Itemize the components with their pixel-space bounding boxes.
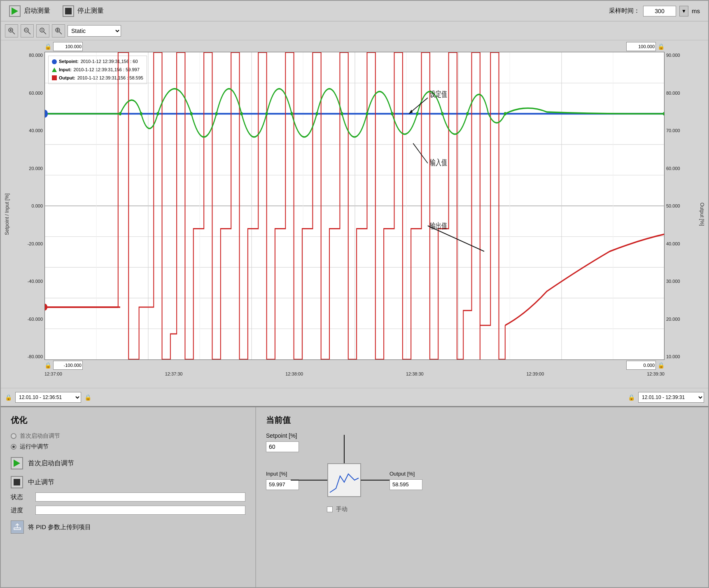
- radio-row-2: 运行中调节: [11, 443, 245, 450]
- mode-dropdown[interactable]: Static Dynamic Rolling: [68, 25, 121, 37]
- status-row: 状态: [11, 492, 245, 502]
- lock-time-right[interactable]: 🔒: [628, 394, 635, 401]
- svg-text:输出值: 输出值: [430, 222, 448, 231]
- cv-input-value: 59.997: [266, 479, 299, 490]
- radio-running[interactable]: [11, 444, 16, 450]
- sampling-value-input[interactable]: [643, 6, 676, 16]
- start-tuning-button[interactable]: [11, 457, 23, 469]
- app-window: 启动测量 停止测量 采样时间： ▼ ms Static: [0, 0, 709, 588]
- lock-time-left2[interactable]: 🔒: [84, 394, 91, 401]
- svg-point-49: [366, 112, 368, 115]
- svg-line-11: [59, 32, 62, 34]
- bottom-panel: 优化 首次启动自调节 运行中调节 首次启动自调节 中止调节: [1, 406, 708, 587]
- y-left-axis: 80.000 60.000 40.000 20.000 0.000 -20.00…: [12, 52, 44, 360]
- x-axis: 12:37:00 12:37:30 12:38:00 12:38:30 12:3…: [12, 370, 697, 386]
- start-label: 启动测量: [24, 7, 50, 15]
- svg-point-52: [441, 112, 443, 115]
- progress-row: 进度: [11, 506, 245, 515]
- svg-point-43: [215, 112, 218, 115]
- top-toolbar: 启动测量 停止测量 采样时间： ▼ ms: [1, 1, 708, 21]
- cv-setpoint-value: 60: [266, 441, 299, 452]
- svg-line-1: [12, 32, 15, 34]
- lock-top-left[interactable]: 🔒: [44, 43, 51, 50]
- svg-line-5: [28, 32, 30, 34]
- stop-tuning-label: 中止调节: [28, 478, 54, 487]
- svg-line-63: [428, 226, 484, 251]
- lock-top-right[interactable]: 🔒: [658, 43, 665, 50]
- radio-first-start[interactable]: [11, 433, 16, 439]
- svg-point-46: [291, 112, 293, 115]
- radio-running-label: 运行中调节: [20, 443, 49, 450]
- svg-point-50: [391, 112, 393, 115]
- chart-area: Setpoint / Input [%] 🔒 100.000 100.000 🔒: [1, 40, 708, 388]
- svg-point-45: [266, 112, 268, 115]
- svg-point-41: [156, 112, 159, 115]
- svg-point-40: [140, 112, 142, 115]
- zoom-in-y-button[interactable]: [36, 24, 49, 37]
- action-row-stop: 中止调节: [11, 476, 245, 488]
- svg-point-56: [45, 110, 48, 118]
- start-measurement-button[interactable]: 启动测量: [9, 5, 50, 17]
- chart-inner: 🔒 100.000 100.000 🔒 80.000 60.000: [12, 42, 697, 386]
- upload-icon[interactable]: [11, 520, 24, 534]
- radio-first-start-label: 首次启动自调节: [20, 432, 60, 440]
- optimization-title: 优化: [11, 415, 245, 426]
- lock-bottom-right[interactable]: 🔒: [658, 362, 665, 369]
- manual-checkbox[interactable]: [327, 506, 333, 512]
- time-range-bar: 🔒 12.01.10 - 12:36:51 🔒 🔒 12.01.10 - 12:…: [1, 388, 708, 406]
- left-axis-label: Setpoint / Input [%]: [2, 42, 12, 386]
- status-bar: [35, 492, 245, 502]
- left-min-control: 🔒 -100.000: [44, 361, 83, 370]
- radio-row-1: 首次启动自调节: [11, 432, 245, 440]
- svg-rect-65: [14, 528, 21, 530]
- svg-point-57: [45, 304, 47, 311]
- start-time-dropdown[interactable]: 12.01.10 - 12:36:51: [15, 392, 81, 403]
- right-max-control: 100.000 🔒: [626, 42, 665, 51]
- cv-output-value: 58.595: [389, 479, 422, 490]
- stop-label: 停止测量: [77, 7, 104, 15]
- stop-measurement-button[interactable]: 停止测量: [63, 5, 104, 17]
- sampling-label: 采样时间：: [609, 7, 640, 15]
- stop-icon: [63, 5, 74, 17]
- zoom-out-y-button[interactable]: [52, 24, 65, 37]
- optimization-panel: 优化 首次启动自调节 运行中调节 首次启动自调节 中止调节: [1, 407, 256, 587]
- svg-point-44: [240, 112, 243, 115]
- svg-point-42: [190, 112, 193, 115]
- end-time-dropdown[interactable]: 12.01.10 - 12:39:31: [638, 392, 704, 403]
- status-label: 状态: [11, 493, 30, 501]
- start-tuning-label: 首次启动自调节: [28, 459, 74, 468]
- svg-point-39: [119, 112, 121, 115]
- cv-setpoint-label: Setpoint [%]: [266, 432, 698, 439]
- svg-point-48: [341, 112, 343, 115]
- upload-row: 将 PID 参数上传到项目: [11, 520, 245, 534]
- left-min-value: -100.000: [53, 361, 83, 370]
- progress-label: 进度: [11, 506, 30, 514]
- svg-point-54: [504, 112, 506, 115]
- right-axis-label: Output [%]: [697, 42, 707, 386]
- svg-text:设定值: 设定值: [430, 90, 448, 99]
- cv-right-col: Output [%] 58.595: [389, 471, 422, 490]
- cv-input-label: Input [%]: [266, 471, 299, 477]
- lock-bottom-left[interactable]: 🔒: [44, 362, 51, 369]
- main-chart: Setpoint: 2010-1-12 12:39:31,156 : 60 In…: [44, 52, 665, 360]
- lock-time-left[interactable]: 🔒: [5, 394, 12, 401]
- cv-diagram-area: Input [%] 59.997: [266, 460, 698, 501]
- play-icon: [9, 5, 21, 17]
- left-max-control: 🔒 100.000: [44, 42, 83, 51]
- current-values-title: 当前值: [266, 415, 698, 426]
- svg-point-51: [416, 112, 418, 115]
- action-row-start: 首次启动自调节: [11, 457, 245, 469]
- zoom-in-x-button[interactable]: [5, 24, 18, 37]
- svg-rect-69: [328, 464, 361, 497]
- chart-plot-area: 80.000 60.000 40.000 20.000 0.000 -20.00…: [12, 52, 697, 360]
- sampling-unit: ms: [692, 7, 700, 14]
- manual-label: 手动: [336, 506, 348, 513]
- right-min-control: 0.000 🔒: [626, 361, 665, 370]
- cv-manual-row: 手动: [266, 506, 698, 513]
- zoom-out-x-button[interactable]: [21, 24, 34, 37]
- cv-output-label: Output [%]: [389, 471, 422, 477]
- chart-svg: 设定值 输入值 输出值: [45, 52, 664, 359]
- sampling-dropdown-arrow[interactable]: ▼: [679, 6, 688, 16]
- progress-bar: [35, 506, 245, 515]
- stop-tuning-button[interactable]: [11, 476, 23, 488]
